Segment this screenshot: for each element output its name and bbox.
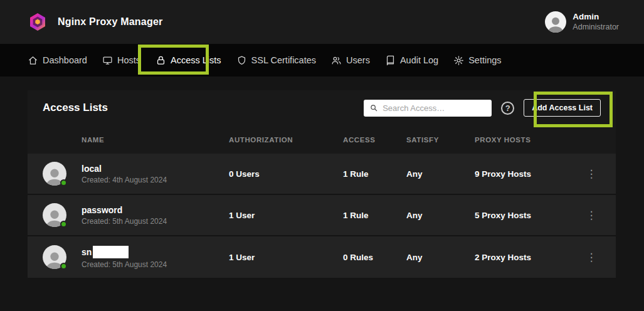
- access-cell: 1 Rule: [343, 211, 406, 220]
- nav-item-settings[interactable]: Settings: [453, 55, 501, 66]
- row-menu-button[interactable]: ⋮: [582, 169, 601, 179]
- name-cell: local Created: 4th August 2024: [82, 164, 229, 184]
- home-icon: [28, 55, 38, 66]
- nav-item-access-lists[interactable]: Access Lists: [156, 55, 221, 66]
- created-date: Created: 5th August 2024: [82, 260, 229, 269]
- nav-label: Dashboard: [43, 55, 87, 65]
- authorization-cell: 0 Users: [229, 169, 343, 179]
- nav-label: Audit Log: [400, 55, 438, 65]
- satisfy-cell: Any: [406, 169, 475, 179]
- gear-icon: [453, 55, 464, 66]
- user-name: Admin: [573, 12, 619, 23]
- proxy-hosts-cell: 2 Proxy Hosts: [475, 253, 582, 262]
- lock-icon: [156, 55, 166, 66]
- authorization-cell: 1 User: [229, 211, 343, 220]
- monitor-icon: [102, 55, 113, 66]
- satisfy-cell: Any: [406, 211, 475, 220]
- access-cell: 0 Rules: [343, 253, 406, 262]
- main-nav: Dashboard Hosts Access Lists SSL Certifi…: [0, 44, 644, 76]
- col-header-access: ACCESS: [343, 136, 406, 144]
- nav-item-hosts[interactable]: Hosts: [102, 55, 140, 66]
- name-cell: password Created: 5th August 2024: [82, 205, 229, 226]
- table-row[interactable]: local Created: 4th August 2024 0 Users 1…: [28, 154, 616, 195]
- table-row[interactable]: sn Created: 5th August 2024 1 User 0 Rul…: [28, 236, 616, 278]
- row-avatar: [43, 203, 66, 227]
- redaction-box: [93, 246, 129, 258]
- users-icon: [331, 55, 342, 66]
- access-cell: 1 Rule: [343, 169, 406, 179]
- nav-item-ssl-certificates[interactable]: SSL Certificates: [236, 55, 316, 66]
- col-header-name: NAME: [82, 136, 229, 144]
- col-header-satisfy: SATISFY: [406, 136, 475, 144]
- row-avatar: [43, 245, 66, 269]
- status-dot: [60, 179, 67, 186]
- nav-label: Access Lists: [171, 55, 221, 65]
- row-avatar: [43, 162, 66, 186]
- user-role: Administrator: [573, 23, 619, 33]
- status-dot: [60, 263, 67, 270]
- search-box: [364, 100, 492, 117]
- user-avatar: [545, 11, 566, 33]
- satisfy-cell: Any: [406, 253, 475, 262]
- app-title: Nginx Proxy Manager: [58, 16, 162, 28]
- user-menu[interactable]: Admin Administrator: [545, 11, 619, 33]
- proxy-hosts-cell: 5 Proxy Hosts: [475, 211, 582, 220]
- nav-label: Settings: [468, 55, 501, 65]
- status-dot: [60, 221, 67, 228]
- row-menu-button[interactable]: ⋮: [582, 252, 601, 263]
- table-body: local Created: 4th August 2024 0 Users 1…: [28, 154, 616, 278]
- access-lists-panel: Access Lists ? Add Access List NAME AUTH…: [28, 90, 616, 278]
- panel-toolbar: Access Lists ? Add Access List: [28, 90, 616, 125]
- created-date: Created: 5th August 2024: [82, 217, 229, 226]
- access-list-name: sn: [82, 247, 92, 257]
- row-menu-button[interactable]: ⋮: [582, 210, 601, 221]
- proxy-hosts-cell: 9 Proxy Hosts: [475, 169, 582, 179]
- npm-logo-icon: [28, 12, 48, 32]
- search-input[interactable]: [383, 103, 486, 113]
- book-icon: [385, 55, 396, 66]
- nav-label: SSL Certificates: [251, 55, 316, 65]
- app-header: Nginx Proxy Manager Admin Administrator: [0, 0, 644, 44]
- name-cell: sn Created: 5th August 2024: [82, 246, 229, 269]
- nav-item-users[interactable]: Users: [331, 55, 370, 66]
- nav-label: Hosts: [117, 55, 140, 65]
- shield-icon: [236, 55, 247, 66]
- created-date: Created: 4th August 2024: [82, 176, 229, 184]
- help-icon[interactable]: ?: [501, 102, 514, 115]
- panel-title: Access Lists: [43, 102, 108, 114]
- access-list-name: local: [82, 164, 102, 174]
- table-header-row: NAME AUTHORIZATION ACCESS SATISFY PROXY …: [28, 125, 616, 154]
- nav-item-dashboard[interactable]: Dashboard: [28, 55, 87, 66]
- add-access-list-button[interactable]: Add Access List: [524, 99, 601, 117]
- table-row[interactable]: password Created: 5th August 2024 1 User…: [28, 195, 616, 236]
- authorization-cell: 1 User: [229, 253, 343, 262]
- access-list-name: password: [82, 205, 122, 215]
- nav-label: Users: [346, 55, 370, 65]
- search-icon: [369, 103, 378, 112]
- nav-item-audit-log[interactable]: Audit Log: [385, 55, 438, 66]
- col-header-authorization: AUTHORIZATION: [229, 136, 343, 144]
- col-header-proxy-hosts: PROXY HOSTS: [475, 136, 582, 144]
